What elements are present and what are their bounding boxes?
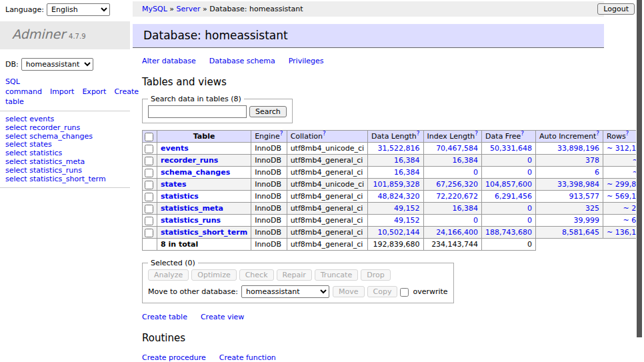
data-free-link[interactable]: 0 bbox=[527, 156, 532, 165]
logout-button[interactable]: Logout bbox=[597, 3, 635, 15]
select-all-checkbox[interactable] bbox=[145, 133, 153, 141]
language-select[interactable]: English bbox=[47, 3, 110, 16]
data-free-link[interactable]: 0 bbox=[527, 168, 532, 177]
table-structure-link[interactable]: states bbox=[161, 180, 187, 189]
sidebar-link-sql-command[interactable]: SQL command bbox=[5, 77, 42, 96]
table-name-link[interactable]: recorder_runs bbox=[29, 123, 80, 132]
column-help-link[interactable]: ? bbox=[280, 130, 283, 137]
search-input[interactable] bbox=[148, 105, 247, 118]
table-name-link[interactable]: events bbox=[29, 115, 54, 123]
select-link[interactable]: select bbox=[5, 166, 27, 175]
table-structure-link[interactable]: events bbox=[161, 144, 189, 153]
copy-button[interactable]: Copy bbox=[367, 286, 398, 297]
row-checkbox[interactable] bbox=[145, 217, 153, 225]
optimize-button[interactable]: Optimize bbox=[191, 269, 236, 281]
table-name-link[interactable]: statistics_short_term bbox=[29, 175, 105, 183]
row-checkbox[interactable] bbox=[145, 157, 153, 165]
column-help-link[interactable]: ? bbox=[626, 130, 629, 137]
data-length-link[interactable]: 49,152 bbox=[394, 204, 420, 213]
auto-increment-link[interactable]: 378 bbox=[585, 156, 599, 165]
table-name-link[interactable]: statistics_meta bbox=[29, 157, 85, 166]
index-length-link[interactable]: 24,166,400 bbox=[436, 228, 478, 237]
breadcrumb-link[interactable]: MySQL bbox=[142, 5, 167, 13]
data-length-link[interactable]: 16,384 bbox=[394, 156, 420, 165]
row-checkbox[interactable] bbox=[145, 181, 153, 189]
check-button[interactable]: Check bbox=[239, 269, 274, 281]
repair-button[interactable]: Repair bbox=[277, 269, 312, 281]
select-link[interactable]: select bbox=[5, 115, 27, 123]
index-length-link[interactable]: 0 bbox=[473, 168, 478, 177]
db-select[interactable]: homeassistant bbox=[21, 58, 93, 71]
adminer-home-link[interactable]: Adminer bbox=[12, 27, 65, 41]
table-name-link[interactable]: statistics_runs bbox=[29, 166, 82, 175]
data-length-link[interactable]: 49,152 bbox=[394, 216, 420, 225]
create-function-link[interactable]: Create function bbox=[219, 353, 276, 362]
sidebar-link-export[interactable]: Export bbox=[82, 87, 106, 96]
auto-increment-link[interactable]: 913,577 bbox=[569, 192, 600, 201]
database-schema-link[interactable]: Database schema bbox=[209, 57, 275, 65]
auto-increment-link[interactable]: 6 bbox=[595, 168, 599, 177]
index-length-link[interactable]: 16,384 bbox=[453, 156, 479, 165]
select-link[interactable]: select bbox=[5, 175, 27, 183]
row-checkbox[interactable] bbox=[145, 229, 153, 237]
auto-increment-link[interactable]: 33,898,196 bbox=[557, 144, 599, 153]
auto-increment-link[interactable]: 325 bbox=[585, 204, 599, 213]
table-structure-link[interactable]: statistics_meta bbox=[161, 204, 223, 213]
column-help-link[interactable]: ? bbox=[596, 130, 599, 137]
auto-increment-link[interactable]: 39,999 bbox=[574, 216, 600, 225]
column-help-link[interactable]: ? bbox=[417, 130, 420, 137]
data-length-link[interactable]: 16,384 bbox=[394, 168, 420, 177]
table-name-link[interactable]: states bbox=[29, 140, 52, 149]
index-length-link[interactable]: 67,256,320 bbox=[436, 180, 478, 189]
data-free-link[interactable]: 6,291,456 bbox=[495, 192, 532, 201]
index-length-link[interactable]: 16,384 bbox=[453, 204, 479, 213]
table-structure-link[interactable]: statistics_runs bbox=[161, 216, 221, 225]
search-button[interactable]: Search bbox=[249, 106, 287, 117]
alter-database-link[interactable]: Alter database bbox=[142, 57, 196, 65]
data-length-link[interactable]: 31,522,816 bbox=[378, 144, 420, 153]
column-help-link[interactable]: ? bbox=[475, 130, 478, 137]
move-button[interactable]: Move bbox=[333, 286, 365, 297]
data-free-link[interactable]: 188,743,680 bbox=[485, 228, 532, 237]
table-structure-link[interactable]: statistics bbox=[161, 192, 199, 201]
column-help-link[interactable]: ? bbox=[521, 130, 524, 137]
data-free-link[interactable]: 0 bbox=[527, 216, 532, 225]
auto-increment-link[interactable]: 8,581,645 bbox=[562, 228, 599, 237]
auto-increment-link[interactable]: 33,398,984 bbox=[557, 180, 599, 189]
move-database-select[interactable]: homeassistant bbox=[241, 285, 329, 298]
column-help-link[interactable]: ? bbox=[323, 130, 326, 137]
table-name-link[interactable]: schema_changes bbox=[29, 132, 93, 141]
select-link[interactable]: select bbox=[5, 157, 27, 166]
overwrite-checkbox[interactable] bbox=[400, 288, 409, 297]
index-length-link[interactable]: 72,220,672 bbox=[436, 192, 478, 201]
row-checkbox[interactable] bbox=[145, 145, 153, 153]
sidebar-link-import[interactable]: Import bbox=[50, 87, 75, 96]
index-length-link[interactable]: 0 bbox=[473, 216, 478, 225]
table-structure-link[interactable]: schema_changes bbox=[161, 168, 230, 177]
data-free-link[interactable]: 50,331,648 bbox=[490, 144, 532, 153]
scrollbar-thumb[interactable] bbox=[637, 0, 642, 337]
data-length-link[interactable]: 10,502,144 bbox=[378, 228, 420, 237]
row-checkbox[interactable] bbox=[145, 193, 153, 201]
create-procedure-link[interactable]: Create procedure bbox=[142, 353, 206, 362]
row-checkbox[interactable] bbox=[145, 169, 153, 177]
select-link[interactable]: select bbox=[5, 123, 27, 132]
data-length-link[interactable]: 48,824,320 bbox=[378, 192, 420, 201]
data-length-link[interactable]: 101,859,328 bbox=[373, 180, 420, 189]
select-link[interactable]: select bbox=[5, 140, 27, 149]
privileges-link[interactable]: Privileges bbox=[289, 57, 324, 65]
select-link[interactable]: select bbox=[5, 149, 27, 157]
data-free-link[interactable]: 0 bbox=[527, 204, 532, 213]
select-link[interactable]: select bbox=[5, 132, 27, 141]
adminer-version[interactable]: 4.7.9 bbox=[69, 33, 85, 40]
vertical-scrollbar[interactable] bbox=[636, 0, 644, 362]
index-length-link[interactable]: 70,467,584 bbox=[436, 144, 478, 153]
drop-button[interactable]: Drop bbox=[361, 269, 390, 281]
row-checkbox[interactable] bbox=[145, 205, 153, 213]
table-name-link[interactable]: statistics bbox=[29, 149, 62, 157]
create-table-link[interactable]: Create table bbox=[142, 313, 187, 321]
table-structure-link[interactable]: recorder_runs bbox=[161, 156, 218, 165]
breadcrumb-link[interactable]: Server bbox=[177, 5, 201, 13]
analyze-button[interactable]: Analyze bbox=[148, 269, 189, 281]
table-structure-link[interactable]: statistics_short_term bbox=[161, 228, 247, 237]
